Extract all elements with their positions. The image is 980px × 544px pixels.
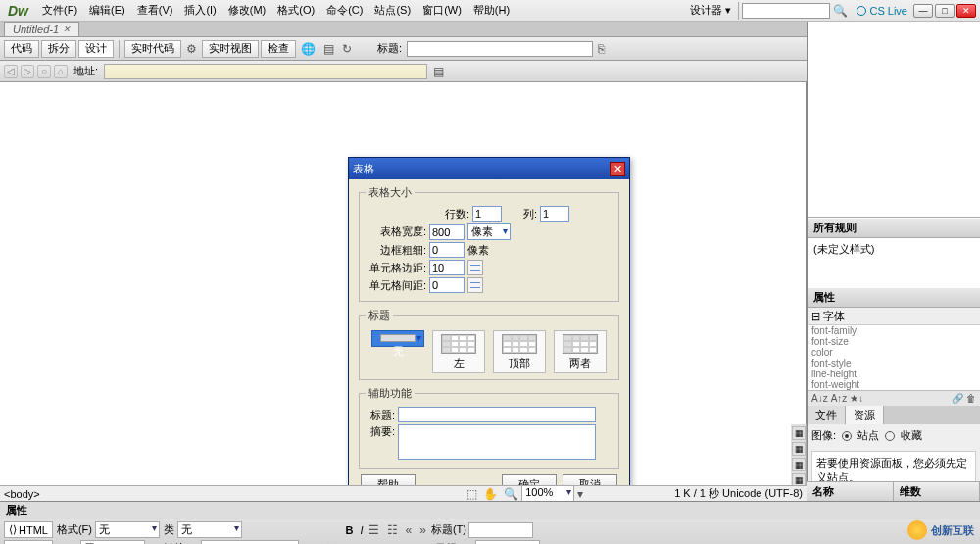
id-select[interactable]: 无 xyxy=(80,540,145,544)
live-code-icon[interactable]: ⚙ xyxy=(183,42,200,56)
title2-label: 标题(T) xyxy=(431,522,466,537)
italic-button[interactable]: I xyxy=(360,524,363,536)
close-tab-icon[interactable]: ✕ xyxy=(63,25,71,34)
nav-stop-icon[interactable]: ○ xyxy=(37,65,51,78)
cellpad-input[interactable] xyxy=(429,260,465,275)
ul-icon[interactable]: ☰ xyxy=(366,523,382,537)
summary-label: 摘要: xyxy=(366,424,395,439)
star-icon[interactable]: ★↓ xyxy=(850,393,863,404)
all-rules-header[interactable]: 所有规则 xyxy=(808,218,980,238)
address-input[interactable] xyxy=(104,64,427,79)
header-none-option[interactable]: 无 xyxy=(371,330,424,347)
format-select[interactable]: 无 xyxy=(95,521,160,538)
menu-file[interactable]: 文件(F) xyxy=(36,1,83,20)
menu-site[interactable]: 站点(S) xyxy=(368,1,416,20)
bold-button[interactable]: B xyxy=(345,524,353,536)
title2-input[interactable] xyxy=(468,522,533,538)
dialog-titlebar[interactable]: 表格 ✕ xyxy=(349,158,629,179)
tag-selector[interactable]: <body> xyxy=(4,488,40,500)
menu-modify[interactable]: 修改(M) xyxy=(222,1,272,20)
title-tool-icon[interactable]: ⎘ xyxy=(595,42,608,56)
header-both-option[interactable]: 两者 xyxy=(554,330,607,373)
zoom-select[interactable]: 100% xyxy=(521,485,574,502)
document-tab[interactable]: Untitled-1 ✕ xyxy=(4,22,79,36)
search-input[interactable] xyxy=(742,3,830,19)
header-top-option[interactable]: 顶部 xyxy=(493,330,546,373)
hand-tool-icon[interactable]: ✋ xyxy=(480,487,501,501)
menu-window[interactable]: 窗口(W) xyxy=(416,1,467,20)
html-mode-button[interactable]: ⟨⟩ HTML xyxy=(4,521,53,538)
view-design-button[interactable]: 设计 xyxy=(78,40,114,58)
header-left-option[interactable]: 左 xyxy=(432,330,485,373)
trash-icon[interactable]: 🗑 xyxy=(966,393,976,404)
width-input[interactable] xyxy=(429,224,465,240)
search-icon[interactable]: 🔍 xyxy=(830,4,851,18)
files-tab[interactable]: 文件 xyxy=(808,406,846,424)
dialog-title: 表格 xyxy=(353,162,374,176)
properties-panel-header[interactable]: 属性 xyxy=(0,502,980,519)
css-mode-button[interactable]: ✎ CSS xyxy=(4,540,53,544)
favorites-radio[interactable] xyxy=(885,431,895,441)
refresh-icon[interactable]: ↻ xyxy=(339,42,355,56)
cellspace-input[interactable] xyxy=(429,277,465,293)
menu-help[interactable]: 帮助(H) xyxy=(467,1,515,20)
sort-za-icon[interactable]: A↑z xyxy=(831,393,848,404)
target-select[interactable] xyxy=(475,540,540,545)
menu-edit[interactable]: 编辑(E) xyxy=(83,1,131,20)
format-label: 格式(F) xyxy=(57,522,92,537)
insert-panel[interactable] xyxy=(808,22,980,218)
menu-format[interactable]: 格式(O) xyxy=(271,1,320,20)
view-split-button[interactable]: 拆分 xyxy=(41,40,76,58)
options-icon[interactable]: ▤ xyxy=(320,42,337,56)
font-group-label[interactable]: 字体 xyxy=(823,310,845,321)
link-icon[interactable]: 🔗 xyxy=(952,393,963,404)
close-button[interactable]: ✕ xyxy=(956,4,976,18)
dialog-close-button[interactable]: ✕ xyxy=(610,162,625,176)
brand-watermark: 创新互联 xyxy=(907,520,974,540)
name-column[interactable]: 名称 xyxy=(807,482,894,501)
live-code-button[interactable]: 实时代码 xyxy=(124,40,181,58)
nav-forward-icon[interactable]: ▷ xyxy=(21,65,34,78)
nav-home-icon[interactable]: ⌂ xyxy=(54,65,68,78)
minimize-button[interactable]: — xyxy=(913,4,933,18)
summary-input[interactable] xyxy=(398,424,596,460)
res-urls-icon[interactable]: ▦ xyxy=(792,458,806,471)
layout-switcher[interactable]: 设计器 ▾ xyxy=(686,3,735,18)
nav-back-icon[interactable]: ◁ xyxy=(4,65,18,78)
zoom-tool-icon[interactable]: 🔍 xyxy=(501,487,521,501)
address-tool-icon[interactable]: ▤ xyxy=(430,65,447,78)
accessibility-group: 辅助功能 标题: 摘要: xyxy=(359,386,619,469)
properties-header[interactable]: 属性 xyxy=(808,287,980,308)
caption-input[interactable] xyxy=(398,407,596,422)
live-view-button[interactable]: 实时视图 xyxy=(202,40,259,58)
inspect-button[interactable]: 检查 xyxy=(261,40,296,58)
sort-az-icon[interactable]: A↓z xyxy=(811,393,828,404)
table-size-legend: 表格大小 xyxy=(366,185,415,200)
select-tool-icon[interactable]: ⬚ xyxy=(464,487,480,501)
all-rules-body[interactable]: (未定义样式) xyxy=(808,238,980,287)
indent-icon[interactable]: » xyxy=(416,523,429,537)
maximize-button[interactable]: □ xyxy=(935,4,955,18)
font-properties-list[interactable]: font-family font-size color font-style l… xyxy=(808,325,980,390)
dimension-column[interactable]: 维数 xyxy=(894,482,981,501)
link-select[interactable] xyxy=(201,540,299,544)
width-unit-select[interactable]: 像素 xyxy=(467,223,511,240)
resources-tab[interactable]: 资源 xyxy=(846,406,884,424)
site-radio[interactable] xyxy=(842,431,852,441)
globe-icon[interactable]: 🌐 xyxy=(298,42,318,56)
res-images-icon[interactable]: ▦ xyxy=(792,426,806,440)
class-select[interactable]: 无 xyxy=(177,521,242,538)
rows-input[interactable] xyxy=(472,206,502,222)
border-input[interactable] xyxy=(429,242,465,258)
class-label: 类 xyxy=(164,522,174,537)
outdent-icon[interactable]: « xyxy=(403,523,416,537)
cols-input[interactable] xyxy=(540,206,569,222)
menu-view[interactable]: 查看(V) xyxy=(131,1,179,20)
menu-insert[interactable]: 插入(I) xyxy=(178,1,221,20)
title-input[interactable] xyxy=(407,41,593,57)
view-code-button[interactable]: 代码 xyxy=(4,40,39,58)
menu-command[interactable]: 命令(C) xyxy=(320,1,368,20)
res-colors-icon[interactable]: ▦ xyxy=(792,442,806,456)
cslive-button[interactable]: CS Live xyxy=(857,5,907,17)
ol-icon[interactable]: ☷ xyxy=(384,523,401,537)
